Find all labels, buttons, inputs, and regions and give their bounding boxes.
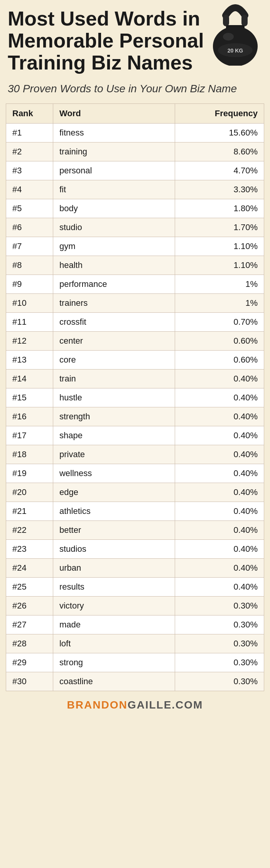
- table-row: #25results0.40%: [6, 577, 264, 596]
- rank-cell: #18: [6, 445, 53, 464]
- table-row: #21athletics0.40%: [6, 502, 264, 520]
- frequency-cell: 3.30%: [175, 180, 264, 199]
- word-cell: loft: [53, 634, 175, 653]
- word-cell: personal: [53, 161, 175, 180]
- table-row: #4fit3.30%: [6, 180, 264, 199]
- table-row: #9performance1%: [6, 275, 264, 293]
- rank-cell: #24: [6, 558, 53, 577]
- word-cell: studios: [53, 539, 175, 558]
- words-table: Rank Word Frequency #1fitness15.60%#2tra…: [6, 104, 264, 691]
- footer-brandon: BRANDON: [67, 699, 128, 711]
- word-cell: victory: [53, 596, 175, 615]
- rank-cell: #11: [6, 312, 53, 331]
- word-cell: urban: [53, 558, 175, 577]
- rank-cell: #29: [6, 653, 53, 672]
- frequency-cell: 0.40%: [175, 445, 264, 464]
- rank-cell: #22: [6, 520, 53, 539]
- rank-cell: #3: [6, 161, 53, 180]
- table-row: #12center0.60%: [6, 331, 264, 350]
- word-cell: trainers: [53, 293, 175, 312]
- frequency-cell: 0.40%: [175, 577, 264, 596]
- rank-cell: #19: [6, 464, 53, 483]
- word-cell: health: [53, 256, 175, 275]
- rank-cell: #25: [6, 577, 53, 596]
- svg-rect-0: [223, 15, 229, 26]
- word-cell: body: [53, 199, 175, 218]
- table-row: #2training8.60%: [6, 142, 264, 161]
- word-cell: crossfit: [53, 312, 175, 331]
- rank-header: Rank: [6, 104, 53, 124]
- word-cell: private: [53, 445, 175, 464]
- frequency-cell: 1.80%: [175, 199, 264, 218]
- rank-cell: #23: [6, 539, 53, 558]
- rank-cell: #8: [6, 256, 53, 275]
- frequency-header: Frequency: [175, 104, 264, 124]
- kettlebell-icon: 20 KG: [208, 4, 262, 66]
- table-row: #20edge0.40%: [6, 483, 264, 502]
- frequency-cell: 0.30%: [175, 672, 264, 691]
- word-cell: wellness: [53, 464, 175, 483]
- svg-point-4: [223, 33, 234, 41]
- word-cell: core: [53, 350, 175, 369]
- frequency-cell: 0.40%: [175, 407, 264, 426]
- rank-cell: #6: [6, 218, 53, 237]
- word-cell: strong: [53, 653, 175, 672]
- frequency-cell: 0.60%: [175, 331, 264, 350]
- frequency-cell: 1.10%: [175, 256, 264, 275]
- frequency-cell: 0.60%: [175, 350, 264, 369]
- table-row: #14train0.40%: [6, 369, 264, 388]
- word-cell: center: [53, 331, 175, 350]
- word-cell: hustle: [53, 388, 175, 407]
- word-cell: performance: [53, 275, 175, 293]
- table-row: #8health1.10%: [6, 256, 264, 275]
- frequency-cell: 0.40%: [175, 369, 264, 388]
- footer-text: BRANDONGAILLE.COM: [67, 699, 203, 711]
- table-row: #29strong0.30%: [6, 653, 264, 672]
- table-row: #24urban0.40%: [6, 558, 264, 577]
- word-cell: fitness: [53, 123, 175, 142]
- svg-text:20 KG: 20 KG: [228, 47, 243, 54]
- rank-cell: #17: [6, 426, 53, 445]
- page-title: Most Used Words in Memorable Personal Tr…: [8, 8, 208, 74]
- frequency-cell: 1.70%: [175, 218, 264, 237]
- rank-cell: #12: [6, 331, 53, 350]
- table-row: #7gym1.10%: [6, 237, 264, 256]
- word-cell: edge: [53, 483, 175, 502]
- table-row: #15hustle0.40%: [6, 388, 264, 407]
- frequency-cell: 0.30%: [175, 634, 264, 653]
- frequency-cell: 1.10%: [175, 237, 264, 256]
- frequency-cell: 0.40%: [175, 502, 264, 520]
- table-row: #11crossfit0.70%: [6, 312, 264, 331]
- word-cell: better: [53, 520, 175, 539]
- table-row: #17shape0.40%: [6, 426, 264, 445]
- table-row: #28loft0.30%: [6, 634, 264, 653]
- footer-section: BRANDONGAILLE.COM: [0, 691, 270, 719]
- rank-cell: #5: [6, 199, 53, 218]
- page-container: Most Used Words in Memorable Personal Tr…: [0, 0, 270, 719]
- word-cell: results: [53, 577, 175, 596]
- rank-cell: #30: [6, 672, 53, 691]
- rank-cell: #16: [6, 407, 53, 426]
- table-row: #16strength0.40%: [6, 407, 264, 426]
- footer-gaille: GAILLE.COM: [128, 699, 203, 711]
- rank-cell: #26: [6, 596, 53, 615]
- frequency-cell: 8.60%: [175, 142, 264, 161]
- frequency-cell: 0.30%: [175, 615, 264, 634]
- rank-cell: #10: [6, 293, 53, 312]
- header-section: Most Used Words in Memorable Personal Tr…: [0, 0, 270, 78]
- table-row: #10trainers1%: [6, 293, 264, 312]
- word-cell: train: [53, 369, 175, 388]
- frequency-cell: 0.40%: [175, 388, 264, 407]
- table-row: #30coastline0.30%: [6, 672, 264, 691]
- word-cell: athletics: [53, 502, 175, 520]
- table-row: #23studios0.40%: [6, 539, 264, 558]
- rank-cell: #13: [6, 350, 53, 369]
- table-row: #6studio1.70%: [6, 218, 264, 237]
- table-container: Rank Word Frequency #1fitness15.60%#2tra…: [6, 103, 264, 691]
- frequency-cell: 0.40%: [175, 558, 264, 577]
- rank-cell: #15: [6, 388, 53, 407]
- table-row: #19wellness0.40%: [6, 464, 264, 483]
- word-cell: fit: [53, 180, 175, 199]
- frequency-cell: 0.40%: [175, 464, 264, 483]
- rank-cell: #27: [6, 615, 53, 634]
